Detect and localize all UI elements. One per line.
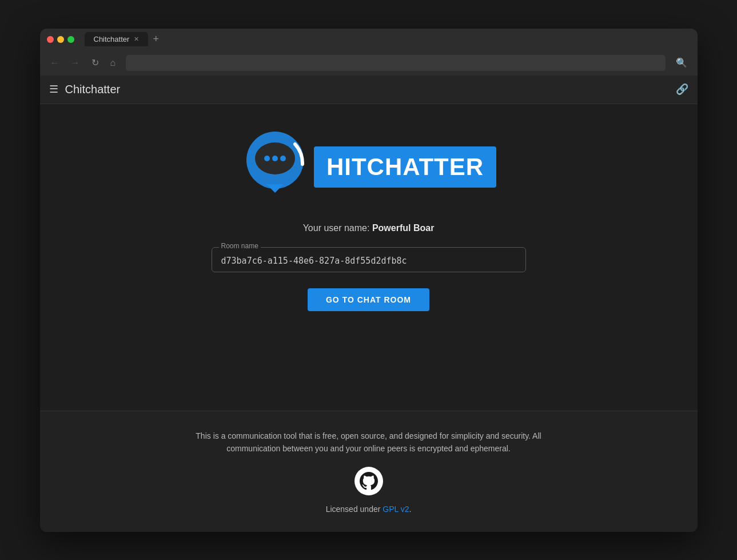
room-field-wrapper: Room name [212, 247, 526, 272]
svg-marker-5 [266, 184, 284, 193]
username-value: Powerful Boar [372, 223, 434, 233]
address-input[interactable] [126, 55, 665, 71]
license-text: Licensed under GPL v2. [51, 505, 686, 514]
menu-icon[interactable]: ☰ [49, 83, 58, 96]
app-header: ☰ Chitchatter 🔗 [40, 76, 698, 104]
app-title: Chitchatter [65, 83, 121, 96]
room-field-label: Room name [219, 242, 261, 250]
reload-button[interactable]: ↻ [88, 55, 102, 70]
link-icon[interactable]: 🔗 [676, 83, 688, 96]
minimize-window-button[interactable] [57, 36, 64, 43]
tab-bar: Chitchatter ✕ + [85, 32, 691, 46]
forward-button[interactable]: → [67, 55, 83, 70]
username-label: Your user name: [303, 223, 370, 233]
tab-close-button[interactable]: ✕ [134, 35, 139, 43]
github-icon [354, 467, 383, 495]
logo-text: HITCHATTER [314, 146, 496, 188]
license-prefix: Licensed under [326, 505, 383, 514]
svg-point-2 [264, 156, 270, 161]
svg-point-4 [280, 156, 286, 161]
tab-title: Chitchatter [94, 35, 130, 43]
goto-chatroom-button[interactable]: GO TO CHAT ROOM [308, 288, 429, 311]
logo-icon [241, 127, 309, 207]
browser-window: Chitchatter ✕ + ← → ↻ ⌂ 🔍 ☰ Chitchatter … [40, 29, 698, 532]
room-form: Room name [212, 247, 526, 272]
footer: This is a communication tool that is fre… [40, 411, 698, 532]
browser-tab[interactable]: Chitchatter ✕ [85, 32, 149, 46]
logo-container: HITCHATTER [241, 127, 496, 207]
maximize-window-button[interactable] [67, 36, 74, 43]
traffic-lights [47, 36, 74, 43]
footer-description: This is a communication tool that is fre… [169, 430, 569, 455]
back-button[interactable]: ← [47, 55, 63, 70]
svg-point-3 [272, 156, 278, 161]
gpl-link[interactable]: GPL v2 [383, 505, 409, 514]
address-bar: ← → ↻ ⌂ 🔍 [40, 50, 698, 76]
search-icon[interactable]: 🔍 [672, 55, 691, 70]
room-name-input[interactable] [221, 256, 516, 266]
title-bar: Chitchatter ✕ + [40, 29, 698, 50]
close-window-button[interactable] [47, 36, 54, 43]
home-button[interactable]: ⌂ [107, 55, 119, 70]
username-display: Your user name: Powerful Boar [303, 223, 435, 233]
new-tab-button[interactable]: + [148, 33, 164, 45]
main-content: HITCHATTER Your user name: Powerful Boar… [40, 104, 698, 411]
license-suffix: . [409, 505, 411, 514]
